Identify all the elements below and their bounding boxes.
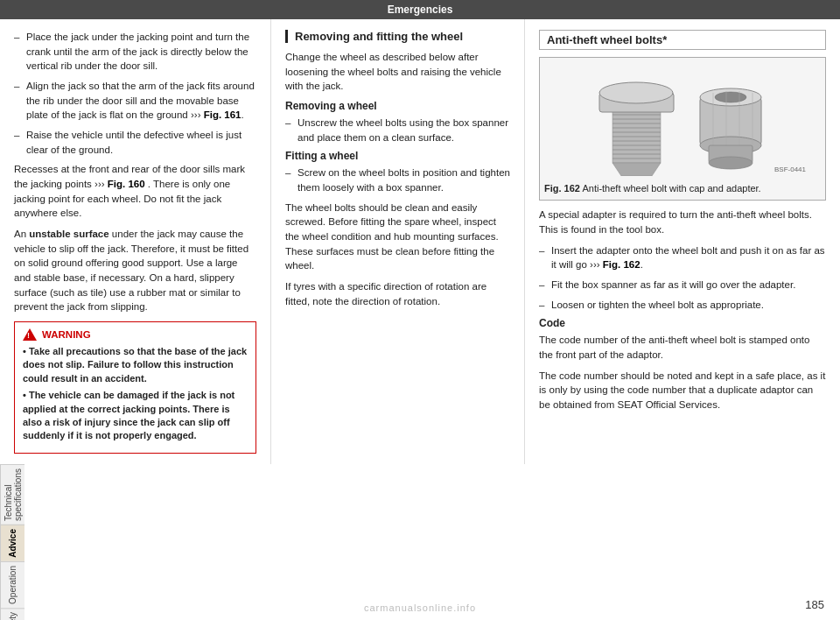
code-title: Code: [539, 317, 826, 329]
mid-section-title: Removing and fitting the wheel: [285, 30, 510, 43]
figure-image: BSF-0441: [544, 62, 821, 176]
svg-point-28: [709, 157, 752, 169]
watermark: carmanualsonline.info: [364, 602, 476, 613]
warning-box: WARNING • Take all precautions so that t…: [14, 321, 256, 454]
list-item: – Align the jack so that the arm of the …: [14, 79, 256, 123]
page-header: Emergencies: [0, 0, 840, 19]
warning-text-2: • The vehicle can be damaged if the jack…: [23, 389, 248, 443]
paragraph: The code number of the anti-theft wheel …: [539, 333, 826, 362]
left-column: – Place the jack under the jacking point…: [0, 19, 271, 464]
list-item: – Raise the vehicle until the defective …: [14, 128, 256, 157]
svg-point-20: [715, 92, 746, 102]
tab-safety[interactable]: Safety: [1, 608, 24, 620]
paragraph: Change the wheel as described below afte…: [285, 50, 510, 94]
figure-box: BSF-0441 Fig. 162 Anti-theft wheel bolt …: [539, 57, 826, 201]
paragraph: Recesses at the front and rear of the do…: [14, 162, 256, 221]
list-item: – Place the jack under the jacking point…: [14, 30, 256, 74]
right-section-title: Anti-theft wheel bolts*: [539, 30, 826, 50]
figure-ref: BSF-0441: [774, 166, 807, 173]
paragraph: An unstable surface under the jack may c…: [14, 227, 256, 314]
list-item: – Insert the adapter onto the wheel bolt…: [539, 243, 826, 272]
figure-caption: Fig. 162 Anti-theft wheel bolt with cap …: [544, 182, 821, 195]
paragraph: The code number should be noted and kept…: [539, 369, 826, 412]
page-number: 185: [805, 598, 824, 611]
paragraph: The wheel bolts should be clean and easi…: [285, 201, 510, 273]
list-item: – Screw on the wheel bolts in position a…: [285, 166, 510, 194]
list-item: – Loosen or tighten the wheel bolt as ap…: [539, 298, 826, 313]
tab-advice[interactable]: Advice: [1, 525, 24, 561]
tab-operation[interactable]: Operation: [1, 561, 24, 608]
warning-header: WARNING: [23, 328, 248, 341]
subsection-title: Removing a wheel: [285, 100, 510, 112]
paragraph: If tyres with a specific direction of ro…: [285, 279, 510, 308]
right-column: Anti-theft wheel bolts*: [525, 19, 840, 464]
middle-column: Removing and fitting the wheel Change th…: [271, 19, 525, 464]
right-sidebar: Technical specifications Advice Operatio…: [0, 464, 24, 620]
tab-technical-specifications[interactable]: Technical specifications: [1, 464, 24, 525]
warning-icon: [23, 328, 37, 341]
warning-text-1: • Take all precautions so that the base …: [23, 345, 248, 385]
header-title: Emergencies: [388, 4, 453, 16]
paragraph: A special adapter is required to turn th…: [539, 208, 826, 236]
svg-point-15: [599, 82, 673, 103]
list-item: – Fit the box spanner as far as it will …: [539, 278, 826, 292]
svg-marker-16: [612, 163, 661, 176]
subsection-title: Fitting a wheel: [285, 150, 510, 162]
list-item: – Unscrew the wheel bolts using the box …: [285, 116, 510, 144]
